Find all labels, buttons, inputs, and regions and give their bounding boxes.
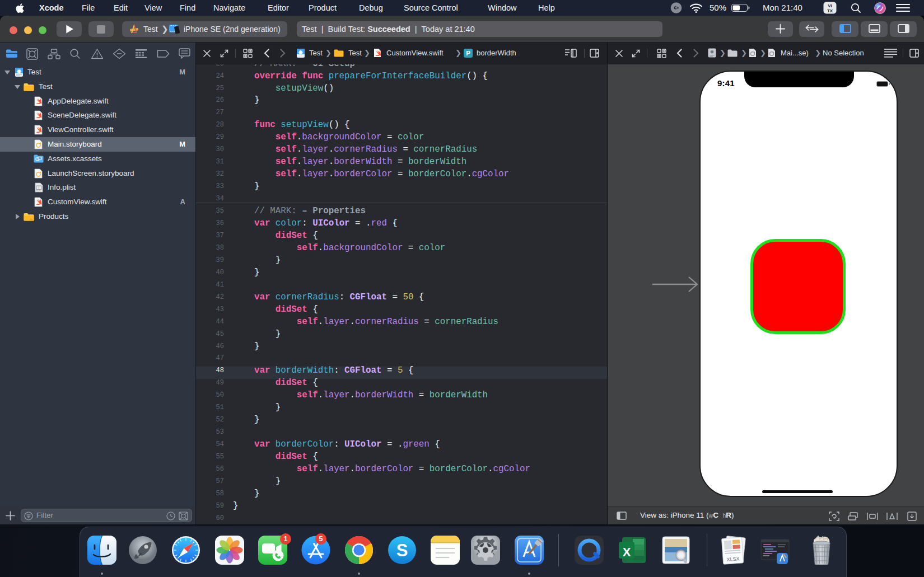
svg-text:PLIST: PLIST xyxy=(36,190,41,193)
svg-text:TX: TX xyxy=(827,8,833,13)
svg-text:XLSX: XLSX xyxy=(726,556,740,562)
svg-text:X: X xyxy=(623,545,631,559)
svg-text:S: S xyxy=(396,541,408,560)
svg-text:VI: VI xyxy=(828,3,832,8)
